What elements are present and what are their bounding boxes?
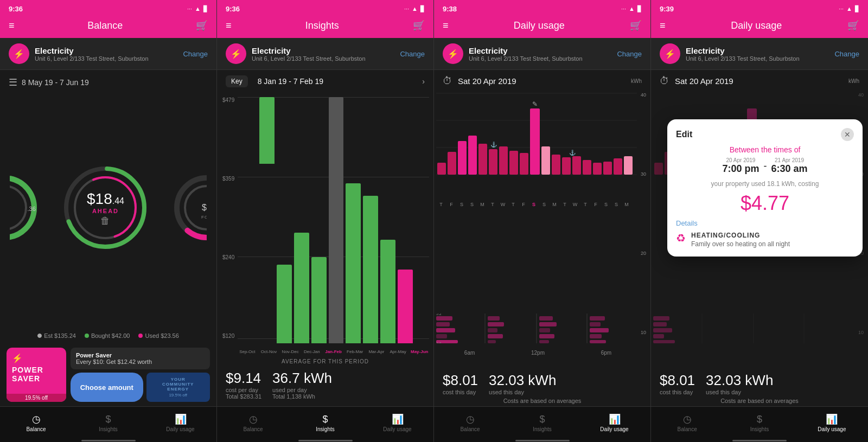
daily-chart-area-3: 40 30 20 10 ✎	[434, 92, 650, 368]
nav-daily-3[interactable]: 📊 Daily usage	[578, 407, 650, 439]
status-time-1: 9:36	[9, 5, 23, 13]
nav-daily-1[interactable]: 📊 Daily usage	[144, 407, 216, 439]
status-bar-2: 9:36 ···▲▊	[217, 0, 433, 15]
nav-balance-1[interactable]: ◷ Balance	[0, 407, 72, 439]
legend-used-text: Used $23.56	[145, 332, 178, 339]
balance-nav-label-3: Balance	[460, 426, 480, 432]
status-bar-1: 9:36 ···▲▊	[0, 0, 216, 15]
day-T1: T	[436, 202, 446, 207]
nav-balance-3[interactable]: ◷ Balance	[434, 407, 506, 439]
change-btn-3[interactable]: Change	[617, 50, 642, 58]
bar-apr-may	[380, 97, 395, 343]
balance-nav-label-1: Balance	[26, 426, 46, 432]
svg-rect-31	[583, 160, 591, 175]
svg-rect-35	[614, 158, 622, 175]
svg-rect-29	[562, 157, 571, 175]
kwh-unit-4: kWh	[848, 78, 859, 84]
day-S5: S	[601, 202, 611, 207]
change-btn-2[interactable]: Change	[400, 50, 425, 58]
insights-nav-label-3: Insights	[533, 426, 551, 432]
bar-fill-oct-nov	[277, 265, 292, 343]
change-btn-1[interactable]: Change	[183, 50, 208, 58]
day-M1: M	[477, 202, 487, 207]
svg-rect-82	[653, 316, 669, 321]
nav-daily-2[interactable]: 📊 Daily usage	[361, 407, 433, 439]
change-btn-4[interactable]: Change	[834, 50, 859, 58]
date-text-1: 8 May 19 - 7 Jun 19	[22, 78, 89, 87]
cart-icon-2[interactable]: 🛒	[413, 20, 425, 31]
daily-nav-icon-3: 📊	[609, 413, 621, 425]
nav-insights-1[interactable]: $ Insights	[72, 407, 144, 439]
svg-text:⚓: ⚓	[490, 141, 497, 148]
power-saver-card[interactable]: ⚡ POWERSAVER 19.5% off	[7, 348, 66, 402]
price-479: $479	[222, 97, 234, 103]
elec-info-2: Electricity Unit 6, Level 2/133 Test Str…	[252, 46, 400, 62]
popup-details-label[interactable]: Details	[676, 219, 854, 227]
cart-icon-4[interactable]: 🛒	[847, 20, 859, 31]
key-btn[interactable]: Key	[226, 75, 248, 87]
svg-rect-39	[436, 322, 450, 326]
nav-insights-3[interactable]: $ Insights	[506, 407, 578, 439]
nav-insights-4[interactable]: $ Insights	[723, 407, 795, 439]
svg-rect-56	[590, 316, 605, 321]
daily-stats-row-4: $8.01 cost this day 32.03 kWh used this …	[651, 368, 868, 398]
day-T5: T	[580, 202, 590, 207]
legend-est-text: Est $135.24	[44, 332, 76, 339]
elec-icon-3: ⚡	[443, 43, 463, 64]
gauge-left-partial: .36	[10, 170, 42, 248]
date-range-1: ☰ 8 May 19 - 7 Jun 19	[0, 70, 216, 95]
day-T3: T	[508, 202, 518, 207]
cart-icon-3[interactable]: 🛒	[630, 20, 642, 31]
screen-balance: 9:36 ···▲▊ ≡ Balance 🛒 ⚡ Electricity Uni…	[0, 0, 217, 442]
svg-rect-86	[653, 340, 675, 343]
label-may-jun: May-Jun	[410, 349, 429, 354]
status-time-4: 9:39	[660, 5, 674, 13]
choose-amount-btn[interactable]: Choose amount	[71, 373, 143, 402]
chevron-right-icon[interactable]: ›	[422, 77, 425, 86]
time-12pm: 12pm	[531, 350, 545, 356]
svg-rect-54	[539, 334, 554, 338]
svg-rect-23	[509, 151, 518, 175]
legend-est: Est $135.24	[37, 332, 76, 339]
elec-addr-3: Unit 6, Level 2/133 Test Street, Suburbs…	[469, 55, 617, 62]
nav-insights-2[interactable]: $ Insights	[289, 407, 361, 439]
day-F1: F	[446, 202, 456, 207]
menu-icon-4[interactable]: ≡	[660, 20, 666, 31]
status-time-2: 9:36	[226, 5, 240, 13]
community-card[interactable]: YOURCOMMUNITYENERGY 19.5% off	[146, 373, 210, 402]
status-icons-3: ···▲▊	[621, 5, 642, 12]
stat-kwh-sub1: used per day	[272, 387, 332, 393]
menu-icon-2[interactable]: ≡	[226, 20, 232, 31]
cart-icon-1[interactable]: 🛒	[196, 20, 208, 31]
timer-icon-3: ⏱	[443, 75, 452, 87]
popup-time-end-val: 6:30 am	[771, 163, 807, 175]
ps-right: Power SaverEvery $10: Get $12.42 worth C…	[71, 348, 210, 402]
day-S2: S	[467, 202, 477, 207]
svg-rect-49	[488, 334, 503, 338]
gauge-main-amount: $18.44	[87, 191, 124, 207]
menu-icon-3[interactable]: ≡	[443, 20, 449, 31]
svg-text:FOR: FOR	[201, 215, 207, 220]
popup-close-btn[interactable]: ✕	[841, 128, 854, 141]
nav-balance-4[interactable]: ◷ Balance	[651, 407, 723, 439]
ps-badge: 19.5% off	[7, 394, 66, 402]
elec-info-3: Electricity Unit 6, Level 2/133 Test Str…	[469, 46, 617, 62]
month-labels: Sep-Oct Oct-Nov Nov-Dec Dec-Jan Jan-Feb …	[238, 349, 429, 354]
bottom-nav-3: ◷ Balance $ Insights 📊 Daily usage	[434, 406, 650, 439]
day-S4: S	[539, 202, 549, 207]
ps-info-text: Power SaverEvery $10: Get $12.42 worth	[76, 352, 205, 365]
nav-balance-2[interactable]: ◷ Balance	[217, 407, 289, 439]
day-W1: W	[498, 202, 508, 207]
svg-text:✎: ✎	[532, 100, 538, 108]
weekly-bars-svg: ✎ ⚓ ⚓	[436, 92, 637, 201]
daily-cost-label-3: cost this day	[443, 389, 478, 395]
nav-title-3: Daily usage	[514, 20, 565, 31]
daily-nav-icon-2: 📊	[392, 413, 404, 425]
menu-icon-1[interactable]: ≡	[9, 20, 15, 31]
bar-sep-oct	[259, 97, 275, 343]
elec-info-1: Electricity Unit 6, Level 2/133 Test Str…	[35, 46, 183, 62]
bar-nov-dec	[294, 97, 309, 343]
daily-chart-area-4: 40 30 20 10 Edit ✕ Between the times of …	[651, 92, 868, 368]
nav-daily-4[interactable]: 📊 Daily usage	[796, 407, 868, 439]
balance-nav-icon-2: ◷	[249, 413, 258, 425]
